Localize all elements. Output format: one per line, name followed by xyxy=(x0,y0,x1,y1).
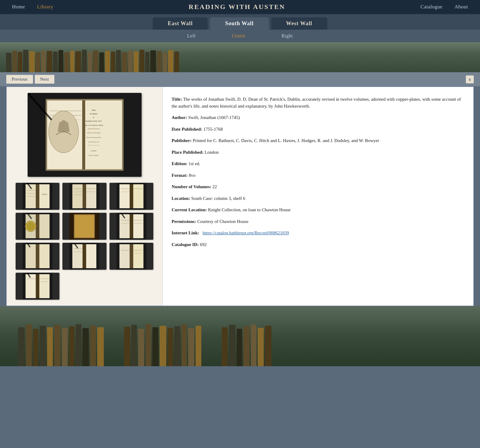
thumbnail-8[interactable] xyxy=(62,243,106,270)
svg-rect-42 xyxy=(133,184,143,208)
thumbnail-2[interactable] xyxy=(62,183,106,210)
location-label: Location: xyxy=(172,196,190,201)
main-book-image[interactable]: THE WORKS of Jonathan Swift, D.D. Dean o… xyxy=(28,93,142,177)
svg-text:by John Hawkesworth: by John Hawkesworth xyxy=(88,141,99,143)
previous-button[interactable]: Previous xyxy=(6,75,33,84)
svg-rect-43 xyxy=(130,184,133,208)
tab-centre[interactable]: Centre xyxy=(214,31,263,40)
shelf-background xyxy=(0,42,480,72)
place-row: Place Published: London xyxy=(172,149,464,156)
nav-library[interactable]: Library xyxy=(37,4,53,10)
location-value: South Case: column 3, shelf 6 xyxy=(191,196,245,201)
section-tabs: Left Centre Right xyxy=(0,30,480,42)
svg-rect-56 xyxy=(75,215,94,237)
svg-text:Printed for C. Bathurst: Printed for C. Bathurst xyxy=(89,155,98,156)
svg-text:WORKS: WORKS xyxy=(42,194,47,195)
tab-south-wall[interactable]: South Wall xyxy=(210,17,268,30)
svg-rect-87 xyxy=(39,274,50,298)
place-label: Place Published: xyxy=(172,150,203,155)
thumbnail-7[interactable] xyxy=(16,243,59,270)
nav-about[interactable]: About xyxy=(454,4,468,10)
volumes-value: 22 xyxy=(212,184,217,189)
svg-text:Jonathan Swift, D.D.: Jonathan Swift, D.D. xyxy=(85,120,102,122)
format-value: 8vo xyxy=(189,173,196,178)
title-value: The works of Jonathan Swift, D. D. Dean … xyxy=(172,97,461,108)
svg-rect-73 xyxy=(86,244,96,268)
current-location-label: Current Location: xyxy=(172,207,207,212)
thumbnail-1[interactable]: WORKS xyxy=(16,183,59,210)
svg-text:LONDON: LONDON xyxy=(91,150,97,152)
svg-rect-34 xyxy=(82,184,86,208)
volumes-row: Number of Volumes: 22 xyxy=(172,183,464,190)
svg-rect-25 xyxy=(36,184,39,208)
place-value: London xyxy=(205,150,219,155)
edition-value: 1st ed. xyxy=(188,161,200,166)
svg-rect-32 xyxy=(72,184,83,208)
close-button[interactable]: x xyxy=(466,75,474,84)
publisher-row: Publisher: Printed for C. Bathurst, C. D… xyxy=(172,137,464,144)
main-panel: THE WORKS of Jonathan Swift, D.D. Dean o… xyxy=(6,86,474,306)
svg-rect-88 xyxy=(36,274,39,298)
current-location-row: Current Location: Knight Collection, on … xyxy=(172,206,464,213)
svg-rect-80 xyxy=(133,244,143,268)
wall-tabs: East Wall South Wall West Wall xyxy=(0,14,480,30)
svg-rect-59 xyxy=(133,214,143,238)
tab-left[interactable]: Left xyxy=(169,31,214,40)
thumbnail-6[interactable] xyxy=(110,213,153,240)
format-label: Format: xyxy=(172,173,188,178)
image-panel: THE WORKS of Jonathan Swift, D.D. Dean o… xyxy=(7,87,163,306)
site-title: Reading With Austen xyxy=(189,3,285,11)
navbar: Home Library Reading With Austen Catalog… xyxy=(0,0,480,14)
permissions-label: Permissions: xyxy=(172,219,196,224)
publisher-label: Publisher: xyxy=(172,138,192,143)
permissions-row: Permissions: Courtesy of Chawton House xyxy=(172,218,464,225)
edition-label: Edition: xyxy=(172,161,188,166)
svg-rect-67 xyxy=(26,244,36,268)
svg-rect-4 xyxy=(82,100,85,169)
nav-home[interactable]: Home xyxy=(12,4,25,10)
bottom-shelf xyxy=(0,306,480,366)
location-row: Location: South Case: column 3, shelf 6 xyxy=(172,195,464,202)
svg-rect-50 xyxy=(36,214,39,238)
svg-rect-81 xyxy=(130,244,133,268)
svg-rect-3 xyxy=(85,100,122,169)
author-row: Author: Swift, Jonathan (1667-1745) xyxy=(172,114,464,121)
svg-text:Dean of St. Patrick's, Dublin: Dean of St. Patrick's, Dublin xyxy=(84,124,103,126)
nav-catalogue[interactable]: Catalogue xyxy=(421,4,442,10)
svg-rect-24 xyxy=(39,184,50,208)
internet-row: Internet Link: https://catalog.hathitrus… xyxy=(172,230,464,236)
thumbnail-9[interactable] xyxy=(110,243,153,270)
nav-buttons-bar: Previous Next x xyxy=(0,72,480,86)
title-label: Title: xyxy=(172,97,182,102)
detail-panel: Title: The works of Jonathan Swift, D. D… xyxy=(163,87,473,306)
svg-text:THE: THE xyxy=(92,109,96,111)
current-location-value: Knight Collection, on loan to Chawton Ho… xyxy=(208,207,290,212)
tab-east-wall[interactable]: East Wall xyxy=(153,17,208,30)
internet-link[interactable]: https://catalog.hathitrust.org/Record/00… xyxy=(202,230,289,235)
thumbnail-grid: WORKS xyxy=(13,183,156,300)
svg-rect-49 xyxy=(39,214,50,238)
date-label: Date Published: xyxy=(172,127,202,132)
permissions-value: Courtesy of Chawton House xyxy=(197,219,248,224)
title-row: Title: The works of Jonathan Swift, D. D… xyxy=(172,96,464,109)
thumbnail-4[interactable] xyxy=(16,213,59,240)
catalogue-value: 692 xyxy=(200,242,207,247)
svg-rect-68 xyxy=(39,244,50,268)
svg-rect-33 xyxy=(86,184,96,208)
internet-label: Internet Link: xyxy=(172,230,199,235)
thumbnail-5[interactable] xyxy=(62,213,106,240)
tab-right[interactable]: Right xyxy=(263,31,311,40)
next-button[interactable]: Next xyxy=(34,75,55,84)
thumbnail-3[interactable] xyxy=(110,183,153,210)
edition-row: Edition: 1st ed. xyxy=(172,160,464,167)
tab-west-wall[interactable]: West Wall xyxy=(271,17,327,30)
volumes-label: Number of Volumes: xyxy=(172,184,211,189)
author-value: Swift, Jonathan (1667-1745) xyxy=(188,115,240,120)
thumbnail-10[interactable] xyxy=(16,273,59,300)
date-row: Date Published: 1755-1768 xyxy=(172,126,464,133)
date-value: 1755-1768 xyxy=(203,127,223,132)
svg-rect-74 xyxy=(82,244,86,268)
svg-rect-86 xyxy=(26,274,36,298)
publisher-value: Printed for C. Bathurst, C. Davis, C. Hi… xyxy=(193,138,379,143)
svg-rect-60 xyxy=(130,214,133,238)
